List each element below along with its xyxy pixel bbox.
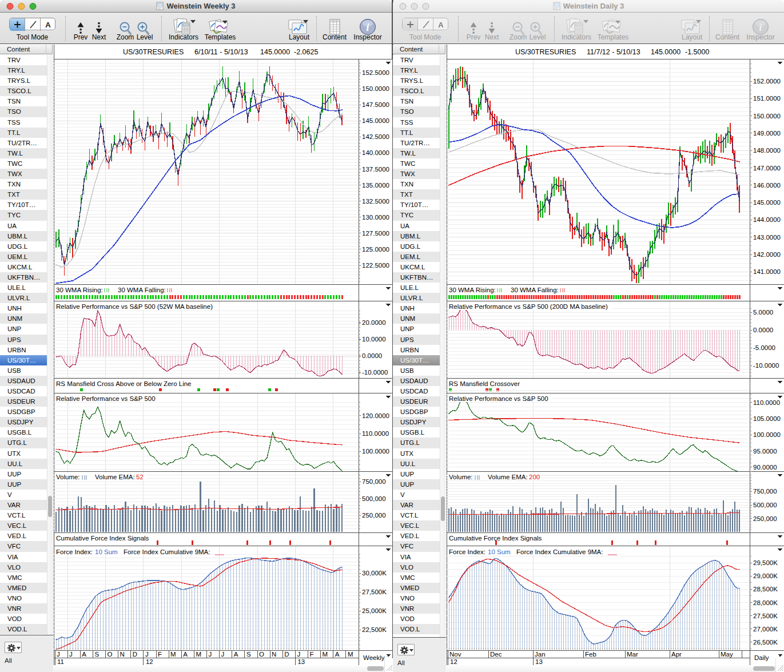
svg-text:52: 52: [136, 474, 144, 480]
svg-text:147.0000: 147.0000: [753, 165, 781, 172]
svg-text:20.0000: 20.0000: [362, 319, 386, 326]
svg-text:30 WMA Falling:: 30 WMA Falling:: [511, 287, 559, 293]
svg-text:Cumulative Force Index Signals: Cumulative Force Index Signals: [56, 535, 149, 542]
svg-text:F: F: [158, 651, 162, 658]
svg-text:10.0000: 10.0000: [362, 336, 386, 343]
svg-text:105.0000: 105.0000: [753, 415, 781, 422]
svg-text:RS Mansfield Cross Above or Be: RS Mansfield Cross Above or Below Zero L…: [56, 380, 192, 387]
svg-text:142.5000: 142.5000: [362, 133, 389, 140]
svg-text:29,500K: 29,500K: [753, 559, 778, 566]
svg-text:147.5000: 147.5000: [362, 101, 389, 108]
svg-text:D: D: [133, 651, 137, 658]
svg-text:100.0000: 100.0000: [362, 448, 389, 455]
svg-text:13: 13: [297, 658, 305, 665]
svg-text:250,000: 250,000: [362, 512, 386, 519]
svg-text:10 Sum: 10 Sum: [95, 548, 118, 555]
svg-text:D: D: [284, 651, 289, 658]
svg-text:135.0000: 135.0000: [362, 182, 389, 189]
svg-text:N: N: [120, 651, 125, 658]
svg-text:i: i: [759, 21, 762, 33]
svg-text:145.0000: 145.0000: [753, 199, 781, 206]
svg-text:Relative Performance vs S&P 50: Relative Performance vs S&P 500: [56, 395, 156, 402]
svg-text:150.0000: 150.0000: [362, 85, 389, 92]
svg-text:A: A: [335, 651, 340, 658]
svg-text:Mar: Mar: [627, 651, 638, 658]
svg-text:142.0000: 142.0000: [753, 251, 781, 258]
svg-text:132.5000: 132.5000: [362, 198, 389, 205]
svg-text:145.0000: 145.0000: [362, 117, 389, 124]
svg-text:A: A: [45, 21, 51, 29]
svg-text:N: N: [272, 651, 276, 658]
svg-text:Jan: Jan: [535, 651, 546, 658]
svg-text:140.0000: 140.0000: [362, 149, 389, 156]
svg-text:28,000K: 28,000K: [753, 599, 778, 606]
svg-text:143.0000: 143.0000: [753, 234, 781, 241]
svg-text:Daily: Daily: [754, 654, 769, 661]
svg-text:200: 200: [529, 474, 540, 480]
svg-text:25,000K: 25,000K: [362, 607, 387, 614]
svg-text:Volume EMA:: Volume EMA:: [488, 474, 528, 480]
svg-text:500,000: 500,000: [362, 495, 386, 502]
svg-text:30 WMA Falling:: 30 WMA Falling:: [118, 287, 166, 293]
svg-text:i: i: [366, 21, 369, 33]
svg-text:0.0000: 0.0000: [753, 327, 773, 333]
svg-text:J: J: [57, 651, 60, 658]
svg-text:A: A: [183, 651, 188, 658]
svg-text:13: 13: [535, 658, 543, 665]
svg-text:100.0000: 100.0000: [753, 431, 781, 438]
svg-text:May: May: [721, 651, 733, 658]
svg-text:Force Index Cumulative 9MA:: Force Index Cumulative 9MA:: [124, 548, 210, 555]
svg-text:Volume:: Volume:: [449, 474, 473, 480]
svg-text:Feb: Feb: [585, 651, 596, 658]
svg-text:150.0000: 150.0000: [753, 113, 781, 120]
svg-text:12: 12: [146, 658, 153, 665]
svg-text:149.0000: 149.0000: [753, 130, 781, 137]
svg-text:750,000: 750,000: [753, 488, 777, 495]
svg-text:S: S: [246, 651, 251, 658]
svg-text:Force Index:: Force Index:: [449, 548, 485, 555]
svg-text:5.0000: 5.0000: [753, 309, 773, 316]
svg-text:A: A: [82, 651, 86, 658]
svg-text:152.0000: 152.0000: [753, 78, 781, 85]
svg-text:-10.0000: -10.0000: [753, 362, 779, 369]
svg-text:90.0000: 90.0000: [753, 464, 777, 471]
svg-text:146.0000: 146.0000: [753, 182, 781, 189]
svg-text:30 WMA Rising:: 30 WMA Rising:: [56, 287, 103, 293]
svg-text:Nov: Nov: [449, 651, 461, 658]
svg-text:Relative Performance vs S&P 50: Relative Performance vs S&P 500: [449, 395, 548, 402]
svg-text:12: 12: [450, 658, 457, 665]
svg-text:500,000: 500,000: [753, 502, 777, 508]
svg-text:28,500K: 28,500K: [753, 586, 778, 593]
svg-text:Dec: Dec: [490, 651, 502, 658]
svg-text:29,000K: 29,000K: [753, 572, 778, 579]
svg-text:27,500K: 27,500K: [362, 589, 387, 595]
svg-text:Volume:: Volume:: [56, 474, 80, 480]
svg-text:RS Mansfield Crossover: RS Mansfield Crossover: [449, 380, 520, 387]
svg-text:120.0000: 120.0000: [362, 412, 389, 419]
svg-text:250,000: 250,000: [753, 515, 777, 522]
svg-text:M: M: [323, 651, 328, 658]
svg-text:125.0000: 125.0000: [362, 246, 389, 253]
svg-text:A: A: [234, 651, 238, 658]
svg-text:122.5000: 122.5000: [362, 262, 389, 269]
svg-text:10 Sum: 10 Sum: [488, 548, 511, 555]
svg-text:148.0000: 148.0000: [753, 147, 781, 154]
svg-text:137.5000: 137.5000: [362, 166, 389, 173]
svg-text:0.0000: 0.0000: [362, 352, 382, 359]
svg-text:151.0000: 151.0000: [753, 95, 781, 102]
svg-text:-10.0000: -10.0000: [362, 369, 388, 376]
svg-text:11: 11: [57, 658, 64, 665]
svg-text:750,000: 750,000: [362, 478, 386, 485]
svg-text:O: O: [259, 651, 264, 658]
svg-text:95.0000: 95.0000: [753, 448, 777, 455]
svg-text:Volume EMA:: Volume EMA:: [95, 474, 135, 480]
svg-text:-5.0000: -5.0000: [753, 344, 775, 351]
svg-text:Force Index Cumulative 9MA:: Force Index Cumulative 9MA:: [516, 548, 603, 555]
svg-text:144.0000: 144.0000: [753, 216, 781, 223]
svg-text:J: J: [209, 651, 212, 658]
svg-text:Relative Performance vs S&P 50: Relative Performance vs S&P 500 (52W MA …: [56, 303, 213, 310]
svg-text:127.5000: 127.5000: [362, 230, 389, 237]
svg-text:M: M: [170, 651, 176, 658]
svg-text:27,500K: 27,500K: [753, 613, 778, 619]
svg-text:J: J: [221, 651, 225, 658]
